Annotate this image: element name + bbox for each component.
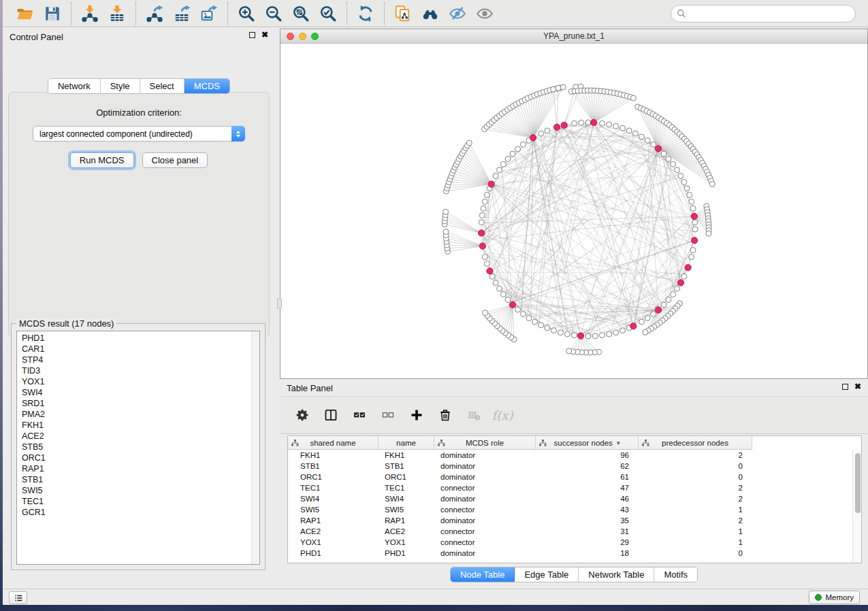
cell-MCDS-role[interactable]: connector: [434, 504, 536, 515]
cell-shared-name[interactable]: ACE2: [288, 526, 379, 537]
mcds-result-item[interactable]: STB1: [17, 474, 259, 485]
cell-MCDS-role[interactable]: connector: [434, 537, 536, 548]
cell-shared-name[interactable]: TEC1: [288, 482, 379, 493]
cell-predecessor-nodes[interactable]: 1: [639, 504, 752, 515]
cell-name[interactable]: PHD1: [379, 548, 434, 559]
zoom-fit-button[interactable]: [287, 3, 315, 24]
table-row[interactable]: SWI5SWI5connector431: [288, 504, 861, 515]
cell-predecessor-nodes[interactable]: 2: [639, 493, 752, 504]
mcds-result-item[interactable]: FKH1: [17, 420, 259, 431]
float-panel-icon[interactable]: [249, 32, 255, 38]
tab-edge-table[interactable]: Edge Table: [515, 567, 579, 582]
cell-name[interactable]: TEC1: [379, 482, 434, 493]
clone-network-button[interactable]: [389, 3, 417, 24]
open-folder-button[interactable]: [12, 3, 39, 24]
save-button[interactable]: [39, 3, 66, 24]
table-scrollbar[interactable]: [852, 450, 861, 563]
cell-predecessor-nodes[interactable]: 0: [639, 472, 752, 482]
cell-shared-name[interactable]: FKH1: [288, 450, 379, 461]
cell-MCDS-role[interactable]: dominator: [434, 461, 536, 472]
cell-name[interactable]: SWI5: [379, 504, 434, 515]
cell-shared-name[interactable]: STB1: [288, 461, 379, 472]
column-selector-button[interactable]: [319, 403, 342, 427]
export-table-button[interactable]: [168, 3, 195, 24]
deselect-all-rows-button[interactable]: [376, 403, 400, 427]
delete-column-button[interactable]: [434, 403, 457, 427]
mcds-result-item[interactable]: RAP1: [17, 463, 259, 474]
close-panel-icon[interactable]: ✖: [261, 32, 268, 38]
search-box[interactable]: [671, 5, 856, 22]
minimize-window-icon[interactable]: [299, 33, 306, 40]
table-row[interactable]: ORC1ORC1dominator610: [288, 472, 861, 482]
tab-network-table[interactable]: Network Table: [579, 567, 654, 582]
import-table-button[interactable]: [103, 3, 131, 24]
mcds-result-item[interactable]: PHD1: [17, 333, 259, 344]
cell-name[interactable]: STB1: [379, 461, 434, 472]
cell-MCDS-role[interactable]: dominator: [434, 493, 536, 504]
tab-motifs[interactable]: Motifs: [654, 567, 697, 582]
cell-predecessor-nodes[interactable]: 2: [639, 450, 752, 461]
network-canvas[interactable]: [280, 44, 867, 378]
optimization-criterion-select[interactable]: largest connected component (undirected): [33, 126, 245, 142]
cell-shared-name[interactable]: PHD1: [288, 548, 379, 559]
cell-name[interactable]: ACE2: [379, 526, 434, 537]
refresh-button[interactable]: [352, 3, 379, 24]
mcds-result-item[interactable]: STP4: [17, 354, 259, 365]
cell-successor-nodes[interactable]: 31: [536, 526, 639, 537]
table-row[interactable]: FKH1FKH1dominator962: [288, 450, 861, 461]
search-network-button[interactable]: [417, 3, 444, 24]
task-history-button[interactable]: [9, 591, 27, 604]
tab-mcds[interactable]: MCDS: [184, 79, 229, 93]
mcds-result-item[interactable]: SRD1: [17, 398, 259, 409]
cell-shared-name[interactable]: RAP1: [288, 515, 379, 526]
zoom-selected-button[interactable]: [315, 3, 342, 24]
mcds-list-scrollbar[interactable]: [251, 331, 259, 564]
table-row[interactable]: SWI4SWI4dominator462: [288, 493, 861, 504]
cell-successor-nodes[interactable]: 46: [536, 493, 639, 504]
table-settings-button[interactable]: [291, 403, 314, 427]
close-window-icon[interactable]: [287, 33, 294, 40]
table-row[interactable]: TEC1TEC1connector472: [288, 482, 861, 493]
mcds-result-item[interactable]: SWI5: [17, 485, 259, 496]
cell-shared-name[interactable]: YOX1: [288, 537, 379, 548]
table-row[interactable]: ACE2ACE2connector311: [288, 526, 861, 537]
cell-predecessor-nodes[interactable]: 0: [639, 461, 752, 472]
zoom-in-button[interactable]: [233, 3, 260, 24]
mcds-result-item[interactable]: CAR1: [17, 344, 259, 354]
cell-MCDS-role[interactable]: dominator: [434, 450, 536, 461]
mcds-result-item[interactable]: TID3: [17, 365, 259, 376]
panel-splitter-grip[interactable]: [277, 298, 282, 309]
cell-name[interactable]: YOX1: [379, 537, 434, 548]
cell-shared-name[interactable]: SWI5: [288, 504, 379, 515]
mcds-result-item[interactable]: YOX1: [17, 376, 259, 387]
cell-predecessor-nodes[interactable]: 2: [639, 482, 752, 493]
import-network-button[interactable]: [76, 3, 103, 24]
mcds-result-item[interactable]: ORC1: [17, 452, 259, 463]
cell-name[interactable]: SWI4: [379, 493, 434, 504]
close-table-panel-icon[interactable]: ✖: [854, 384, 861, 390]
table-row[interactable]: YOX1YOX1connector291: [288, 537, 861, 548]
close-panel-button[interactable]: Close panel: [142, 152, 208, 168]
cell-MCDS-role[interactable]: dominator: [434, 472, 536, 482]
show-details-button[interactable]: [471, 3, 498, 24]
cell-successor-nodes[interactable]: 29: [536, 537, 639, 548]
column-header-successor-nodes[interactable]: successor nodes▾: [536, 436, 639, 449]
column-header-shared-name[interactable]: shared name: [288, 436, 379, 449]
cell-predecessor-nodes[interactable]: 0: [639, 548, 752, 559]
cell-shared-name[interactable]: ORC1: [288, 472, 379, 482]
table-scrollbar-thumb[interactable]: [855, 453, 861, 513]
cell-successor-nodes[interactable]: 18: [536, 548, 639, 559]
cell-MCDS-role[interactable]: connector: [434, 482, 536, 493]
cell-MCDS-role[interactable]: dominator: [434, 548, 536, 559]
cell-predecessor-nodes[interactable]: 1: [639, 526, 752, 537]
cell-successor-nodes[interactable]: 43: [536, 504, 639, 515]
export-network-button[interactable]: [141, 3, 168, 24]
table-row[interactable]: PHD1PHD1dominator180: [288, 548, 861, 559]
select-all-rows-button[interactable]: [348, 403, 371, 427]
cell-MCDS-role[interactable]: connector: [434, 526, 536, 537]
hide-details-button[interactable]: [444, 3, 471, 24]
search-input[interactable]: [686, 7, 855, 20]
zoom-out-button[interactable]: [260, 3, 287, 24]
cell-name[interactable]: FKH1: [379, 450, 434, 461]
mcds-result-item[interactable]: TEC1: [17, 496, 259, 507]
